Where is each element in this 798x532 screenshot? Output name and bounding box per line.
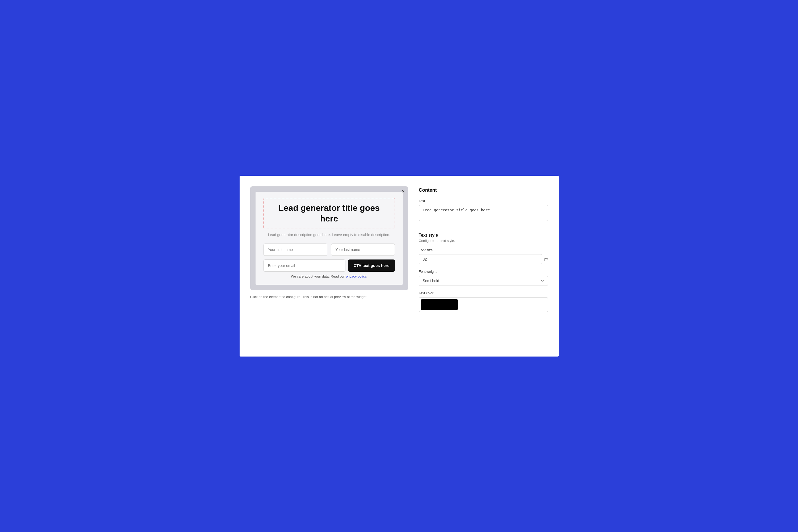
text-color-label: Text color	[419, 291, 548, 295]
widget-title: Lead generator title goes here	[269, 203, 389, 224]
content-section-title: Content	[419, 187, 548, 193]
title-text-input[interactable]	[419, 205, 548, 221]
font-size-row: px	[419, 254, 548, 264]
right-panel: Content Text Text style Configure the te…	[419, 186, 548, 346]
widget-form: CTA text goes here	[264, 244, 395, 272]
widget-inner: Lead generator title goes here Lead gene…	[255, 192, 403, 285]
widget-title-area[interactable]: Lead generator title goes here	[264, 198, 395, 228]
email-row: CTA text goes here	[264, 260, 395, 272]
font-size-label: Font size	[419, 248, 548, 252]
px-unit-label: px	[544, 257, 548, 261]
close-button[interactable]: ×	[402, 189, 405, 194]
text-style-title: Text style	[419, 233, 548, 238]
font-weight-select[interactable]: Thin Light Regular Semi bold Bold Extra …	[419, 276, 548, 286]
widget-description: Lead generator description goes here. Le…	[264, 232, 395, 238]
email-input[interactable]	[264, 260, 346, 272]
privacy-link[interactable]: privacy policy	[346, 274, 366, 278]
widget-wrapper: × Lead generator title goes here Lead ge…	[250, 186, 408, 290]
privacy-period: .	[366, 274, 367, 278]
text-style-subtitle: Configure the text style.	[419, 239, 548, 243]
text-label: Text	[419, 199, 548, 203]
left-panel: × Lead generator title goes here Lead ge…	[250, 186, 408, 346]
privacy-text: We care about your data. Read our privac…	[264, 274, 395, 278]
font-size-input[interactable]	[419, 254, 542, 264]
cta-button[interactable]: CTA text goes here	[348, 260, 395, 272]
main-container: × Lead generator title goes here Lead ge…	[240, 176, 559, 357]
text-color-wrapper[interactable]	[419, 297, 548, 312]
font-weight-label: Font weight	[419, 270, 548, 273]
preview-note: Click on the element to configure. This …	[250, 294, 408, 300]
first-name-input[interactable]	[264, 244, 327, 256]
last-name-input[interactable]	[331, 244, 395, 256]
name-row	[264, 244, 395, 256]
text-color-swatch[interactable]	[421, 299, 458, 310]
privacy-prefix: We care about your data. Read our	[291, 274, 346, 278]
